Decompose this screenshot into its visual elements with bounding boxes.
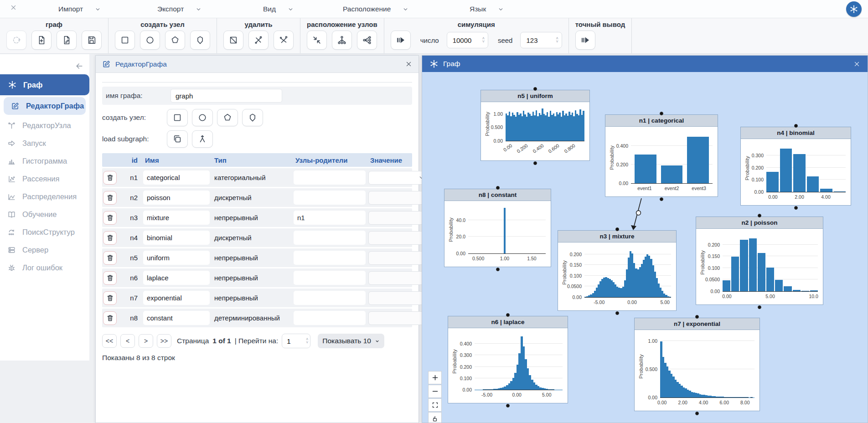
graph-node-n8[interactable]: n8 | constantProbability0.0020.040.00.50… [444,189,551,267]
node-name-input[interactable] [143,311,210,325]
node-top-handle-n6[interactable] [506,313,510,317]
node-bottom-handle-n2[interactable] [758,305,761,309]
node-bottom-handle-n8[interactable] [496,268,500,271]
node-top-handle-n3[interactable] [615,227,619,231]
node-title-n6[interactable]: n6 | laplace [448,316,568,328]
delete-node-n3-button[interactable] [103,211,117,225]
node-bottom-handle-n3[interactable] [615,311,619,315]
page-size-select[interactable]: Показывать 10 [318,334,384,348]
node-bottom-handle-n4[interactable] [794,206,798,210]
spinner-arrows-icon[interactable]: ˄˅ [306,338,308,344]
node-parents-input[interactable] [294,231,366,245]
node-value-spinner[interactable]: ˄˅ [368,191,428,205]
run-simulation-button[interactable] [391,31,411,50]
lock-button[interactable] [428,412,442,423]
zoom-out-button[interactable] [428,385,442,398]
graph-node-n2[interactable]: n2 | poissonProbability0.000.05000.1000.… [696,217,823,305]
sidebar-item-лог ошибок[interactable]: Лог ошибок [0,259,86,277]
seed-input[interactable] [525,36,554,45]
graph-canvas[interactable]: n5 | uniformProbability0.000.5001.000.00… [422,72,868,423]
delete-node-n7-button[interactable] [103,291,117,305]
node-parents-input[interactable] [294,251,366,265]
last-page-button[interactable]: >> [157,334,171,348]
sidebar-item-запуск[interactable]: Запуск [0,134,86,152]
goto-page-input[interactable] [286,337,306,346]
node-parents-input[interactable] [294,311,366,325]
new-graph-button[interactable] [31,31,52,50]
node-top-handle-n4[interactable] [794,124,798,128]
window-close-icon[interactable] [10,4,17,11]
node-bottom-handle-n6[interactable] [506,404,510,408]
node-name-input[interactable] [143,191,210,205]
save-graph-button[interactable] [82,31,102,50]
node-bottom-handle-n5[interactable] [533,161,537,165]
copy-subgraph-button[interactable] [167,130,188,148]
sidebar-item-редакторузла[interactable]: РедакторУзла [0,117,86,134]
node-name-input[interactable] [143,211,210,225]
node-value-spinner[interactable]: ˄˅ [368,291,428,305]
flow-layout-button[interactable] [357,31,377,50]
sample-count-input[interactable] [452,36,481,45]
reload-graph-button[interactable] [6,31,26,50]
cut-outgoing-edges-button[interactable] [274,31,294,50]
graph-node-n1[interactable]: n1 | categoricalProbability0.000.2000.40… [605,114,718,197]
node-parents-input[interactable] [294,191,366,205]
graph-panel-header[interactable]: Граф [422,56,868,72]
node-bottom-handle-n7[interactable] [695,412,699,415]
graph-editor-panel-header[interactable]: РедакторГрафа [96,56,418,73]
add-circle-node-button[interactable] [140,31,160,50]
delete-node-n5-button[interactable] [103,251,117,265]
fit-view-button[interactable] [428,398,442,412]
edge-n1-n3[interactable] [634,198,641,227]
node-value-spinner[interactable]: ˄˅ [368,211,428,225]
spinner-arrows-icon[interactable]: ˄˅ [481,37,486,43]
edge-midpoint-handle[interactable] [636,211,641,215]
graph-name-input[interactable] [170,89,282,103]
node-value-spinner[interactable]: ˄˅ [368,311,428,325]
load-subgraph-button[interactable] [192,130,213,148]
graph-node-n3[interactable]: n3 | mixtureProbability0.000.05000.1000.… [558,230,677,311]
run-exact-inference-button[interactable] [575,31,595,50]
create-node-shape-pentagon-button[interactable] [217,109,238,126]
sidebar-item-распределения[interactable]: Распределения [0,188,86,206]
menu-импорт[interactable]: Импорт [58,0,101,18]
node-value-spinner[interactable]: ˄˅ [368,231,428,245]
delete-node-n8-button[interactable] [103,311,117,325]
menu-язык[interactable]: Язык [470,0,504,18]
delete-node-n1-button[interactable] [103,171,117,185]
sidebar-item-редакторграфа[interactable]: РедакторГрафа [4,97,86,115]
node-top-handle-n8[interactable] [496,186,500,190]
prev-page-button[interactable]: < [120,334,135,348]
zoom-in-button[interactable] [428,371,442,384]
node-parents-input[interactable] [294,271,366,285]
delete-node-n6-button[interactable] [103,271,117,285]
node-title-n4[interactable]: n4 | binomial [741,127,851,139]
node-bottom-handle-n1[interactable] [660,197,663,201]
sidebar-item-обучение[interactable]: Обучение [0,206,86,223]
node-name-input[interactable] [143,271,210,285]
node-name-input[interactable] [143,170,210,185]
node-title-n2[interactable]: n2 | poisson [696,217,823,229]
fit-nodes-button[interactable] [307,31,327,50]
menu-экспорт[interactable]: Экспорт [157,0,202,18]
graph-node-n6[interactable]: n6 | laplaceProbability0.000.1000.2000.3… [448,316,568,403]
add-hexagon-node-button[interactable] [190,31,210,50]
graph-node-n7[interactable]: n7 | exponentialProbability0.000.5001.00… [634,318,760,411]
add-pentagon-node-button[interactable] [165,31,185,50]
sidebar-item-граф[interactable]: Граф [0,74,89,95]
sidebar-item-гистограмма[interactable]: Гистограмма [0,152,86,170]
rename-graph-button[interactable] [57,31,77,50]
node-title-n5[interactable]: n5 | uniform [481,90,589,102]
add-square-node-button[interactable] [115,31,135,50]
node-name-input[interactable] [143,231,210,245]
node-title-n7[interactable]: n7 | exponential [635,318,760,330]
menu-вид[interactable]: Вид [263,0,294,18]
next-page-button[interactable]: > [139,334,153,348]
app-logo-button[interactable] [846,1,862,17]
delete-node-n2-button[interactable] [103,191,117,205]
tree-layout-button[interactable] [332,31,352,50]
graph-node-n5[interactable]: n5 | uniformProbability0.000.5001.000.00… [480,90,590,161]
node-top-handle-n7[interactable] [695,315,699,319]
node-parents-input[interactable] [294,291,366,305]
node-parents-input[interactable] [294,170,366,185]
